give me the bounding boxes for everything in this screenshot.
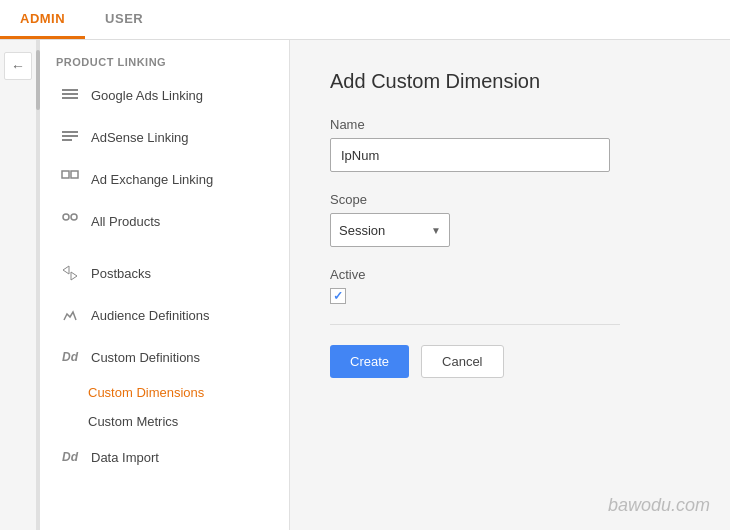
sidebar-sub-item-custom-metrics[interactable]: Custom Metrics: [40, 407, 289, 436]
svg-rect-4: [62, 135, 78, 137]
svg-rect-5: [62, 139, 72, 141]
sidebar-section-label: PRODUCT LINKING: [40, 44, 289, 74]
sidebar-item-ad-exchange-label: Ad Exchange Linking: [91, 172, 213, 187]
sidebar-item-custom-definitions-label: Custom Definitions: [91, 350, 200, 365]
svg-rect-6: [62, 171, 69, 178]
sidebar-item-google-ads-label: Google Ads Linking: [91, 88, 203, 103]
active-checkbox-wrapper: [330, 288, 690, 304]
audience-definitions-icon: [59, 304, 81, 326]
svg-rect-7: [71, 171, 78, 178]
custom-definitions-icon: Dd: [59, 346, 81, 368]
form-group-name: Name: [330, 117, 690, 172]
google-ads-icon: [59, 84, 81, 106]
watermark: bawodu.com: [608, 495, 710, 516]
form-group-active: Active: [330, 267, 690, 304]
scope-label: Scope: [330, 192, 690, 207]
sidebar-item-google-ads[interactable]: Google Ads Linking: [40, 74, 289, 116]
sidebar-item-custom-definitions[interactable]: Dd Custom Definitions: [40, 336, 289, 378]
sidebar: PRODUCT LINKING Google Ads Linking AdSen…: [40, 40, 290, 530]
svg-rect-0: [62, 89, 78, 91]
active-label: Active: [330, 267, 690, 282]
name-label: Name: [330, 117, 690, 132]
name-input[interactable]: [330, 138, 610, 172]
sidebar-toggle-area: ←: [0, 40, 36, 530]
sidebar-toggle-button[interactable]: ←: [4, 52, 32, 80]
sidebar-item-all-products-label: All Products: [91, 214, 160, 229]
form-group-scope: Scope Session ▼: [330, 192, 690, 247]
sidebar-item-adsense[interactable]: AdSense Linking: [40, 116, 289, 158]
sidebar-sub-item-custom-dimensions-label: Custom Dimensions: [88, 385, 204, 400]
sidebar-sub-item-custom-metrics-label: Custom Metrics: [88, 414, 178, 429]
sidebar-sub-item-custom-dimensions[interactable]: Custom Dimensions: [40, 378, 289, 407]
main-layout: ← PRODUCT LINKING Google Ads Linking AdS…: [0, 40, 730, 530]
svg-point-8: [63, 214, 69, 220]
sidebar-item-data-import[interactable]: Dd Data Import: [40, 436, 289, 478]
sidebar-item-ad-exchange[interactable]: Ad Exchange Linking: [40, 158, 289, 200]
tab-user[interactable]: USER: [85, 1, 163, 39]
sidebar-item-all-products[interactable]: All Products: [40, 200, 289, 242]
svg-rect-3: [62, 131, 78, 133]
content-area: Add Custom Dimension Name Scope Session …: [290, 40, 730, 530]
create-button[interactable]: Create: [330, 345, 409, 378]
svg-rect-1: [62, 93, 78, 95]
all-products-icon: [59, 210, 81, 232]
svg-point-9: [71, 214, 77, 220]
tab-admin[interactable]: ADMIN: [0, 1, 85, 39]
sidebar-item-adsense-label: AdSense Linking: [91, 130, 189, 145]
data-import-icon: Dd: [59, 446, 81, 468]
scope-value: Session: [339, 223, 385, 238]
sidebar-item-audience-definitions[interactable]: Audience Definitions: [40, 294, 289, 336]
form-actions: Create Cancel: [330, 345, 690, 378]
tab-bar: ADMIN USER: [0, 0, 730, 40]
sidebar-item-postbacks-label: Postbacks: [91, 266, 151, 281]
sidebar-item-data-import-label: Data Import: [91, 450, 159, 465]
adsense-icon: [59, 126, 81, 148]
active-checkbox[interactable]: [330, 288, 346, 304]
sidebar-item-audience-definitions-label: Audience Definitions: [91, 308, 210, 323]
form-divider: [330, 324, 620, 325]
chevron-down-icon: ▼: [431, 225, 441, 236]
ad-exchange-icon: [59, 168, 81, 190]
svg-rect-2: [62, 97, 78, 99]
postbacks-icon: [59, 262, 81, 284]
sidebar-item-postbacks[interactable]: Postbacks: [40, 252, 289, 294]
scope-select[interactable]: Session ▼: [330, 213, 450, 247]
form-title: Add Custom Dimension: [330, 70, 690, 93]
cancel-button[interactable]: Cancel: [421, 345, 503, 378]
arrow-left-icon: ←: [11, 58, 25, 74]
